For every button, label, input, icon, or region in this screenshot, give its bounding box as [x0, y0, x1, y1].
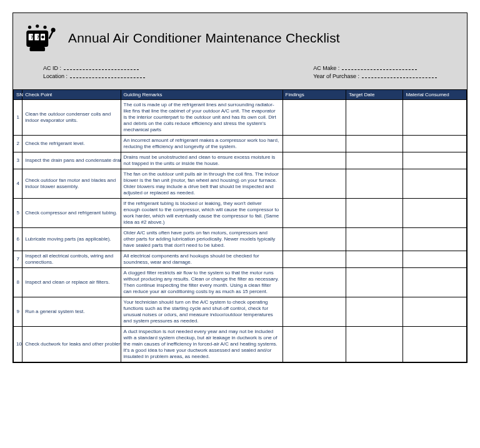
svg-point-11: [51, 27, 56, 32]
cell-material: [403, 268, 467, 297]
label-ac-make: AC Make :: [313, 65, 339, 71]
cell-target: [346, 169, 403, 199]
col-check-point: Check Point: [22, 90, 121, 100]
cell-sn: 3: [14, 152, 22, 169]
svg-point-14: [43, 26, 46, 29]
cell-guiding: If the refrigerant tubing is blocked or …: [121, 199, 282, 228]
col-sn: SN: [14, 90, 22, 100]
checklist-table: SN Check Point Guiding Remarks Findings …: [13, 89, 467, 362]
cell-sn: 4: [14, 169, 22, 199]
table-row: 3Inspect the drain pans and condensate d…: [14, 152, 467, 169]
svg-line-10: [49, 32, 52, 39]
table-row: 9Run a general system test.Your technici…: [14, 297, 467, 327]
cell-check-point: Check compressor and refrigerant tubing.: [22, 199, 121, 228]
table-row: 5Check compressor and refrigerant tubing…: [14, 199, 467, 228]
svg-point-8: [41, 36, 44, 38]
cell-material: [403, 228, 467, 251]
table-row: 4Check outdoor fan motor and blades and …: [14, 169, 467, 199]
label-location: Location :: [43, 73, 68, 79]
cell-material: [403, 251, 467, 268]
cell-target: [346, 297, 403, 327]
blank-line: [70, 72, 145, 78]
cell-findings: [282, 199, 346, 228]
cell-material: [403, 169, 467, 199]
cell-sn: 10: [14, 327, 22, 362]
cell-sn: 7: [14, 251, 22, 268]
cell-sn: 8: [14, 268, 22, 297]
cell-material: [403, 199, 467, 228]
cell-target: [346, 136, 403, 152]
cell-guiding: The coil is made up of the refrigerant l…: [121, 100, 282, 136]
cell-check-point: Lubricate moving parts (as applicable).: [22, 228, 121, 251]
cell-check-point: Run a general system test.: [22, 297, 121, 327]
cell-findings: [282, 169, 346, 199]
cell-findings: [282, 268, 346, 297]
cell-sn: 2: [14, 136, 22, 152]
cell-findings: [282, 228, 346, 251]
cell-findings: [282, 297, 346, 327]
col-findings: Findings: [282, 90, 346, 100]
field-ac-make: AC Make :: [313, 64, 437, 71]
cell-material: [403, 136, 467, 152]
table-row: 8Inspect and clean or replace air filter…: [14, 268, 467, 297]
cell-sn: 6: [14, 228, 22, 251]
cell-check-point: Inspect all electrical controls, wiring …: [22, 251, 121, 268]
label-year: Year of Purchase :: [313, 73, 359, 79]
cell-guiding: A clogged filter restricts air flow to t…: [121, 268, 282, 297]
cell-guiding: A duct inspection is not needed every ye…: [121, 327, 282, 362]
cell-findings: [282, 327, 346, 362]
cell-check-point: Check ductwork for leaks and other probl…: [22, 327, 121, 362]
cell-guiding: Drains must be unobstructed and clean to…: [121, 152, 282, 169]
table-row: 7Inspect all electrical controls, wiring…: [14, 251, 467, 268]
cell-material: [403, 297, 467, 327]
cell-findings: [282, 152, 346, 169]
table-header-row: SN Check Point Guiding Remarks Findings …: [14, 90, 467, 100]
svg-text:7: 7: [31, 35, 33, 39]
cell-sn: 9: [14, 297, 22, 327]
cell-material: [403, 100, 467, 136]
cell-check-point: Check the refrigerant level.: [22, 136, 121, 152]
cell-findings: [282, 100, 346, 136]
blank-line: [362, 72, 437, 78]
col-guiding: Guiding Remarks: [121, 90, 282, 100]
cell-target: [346, 327, 403, 362]
document-title: Annual Air Conditioner Maintenance Check…: [68, 31, 340, 46]
cell-findings: [282, 136, 346, 152]
cell-material: [403, 152, 467, 169]
cell-guiding: An incorrect amount of refrigerant makes…: [121, 136, 282, 152]
svg-text:7: 7: [37, 35, 39, 39]
cell-target: [346, 199, 403, 228]
cell-findings: [282, 251, 346, 268]
field-location: Location :: [43, 72, 145, 79]
table-row: 10Check ductwork for leaks and other pro…: [14, 327, 467, 362]
blank-line: [64, 64, 139, 70]
cell-sn: 5: [14, 199, 22, 228]
document: 7 7 Annual Air Conditioner Maintenance C…: [12, 12, 468, 363]
label-ac-id: AC ID :: [43, 65, 61, 71]
cell-target: [346, 152, 403, 169]
slot-machine-icon: 7 7: [23, 21, 58, 56]
cell-guiding: Your technician should turn on the A/C s…: [121, 297, 282, 327]
blank-line: [342, 64, 417, 70]
meta-row: AC ID : Location : AC Make : Year of Pur…: [23, 64, 457, 79]
table-row: 2Check the refrigerant level.An incorrec…: [14, 136, 467, 152]
col-target: Target Date: [346, 90, 403, 100]
cell-target: [346, 251, 403, 268]
table-row: 1Clean the outdoor condenser coils and i…: [14, 100, 467, 136]
cell-material: [403, 327, 467, 362]
col-material: Material Consumed: [403, 90, 467, 100]
table-row: 6Lubricate moving parts (as applicable).…: [14, 228, 467, 251]
svg-point-12: [28, 26, 31, 29]
cell-check-point: Clean the outdoor condenser coils and in…: [22, 100, 121, 136]
cell-check-point: Check outdoor fan motor and blades and i…: [22, 169, 121, 199]
cell-guiding: All electrical components and hookups sh…: [121, 251, 282, 268]
field-ac-id: AC ID :: [43, 64, 145, 71]
cell-check-point: Inspect the drain pans and condensate dr…: [22, 152, 121, 169]
cell-target: [346, 100, 403, 136]
svg-rect-9: [30, 47, 46, 51]
cell-guiding: Older A/C units often have ports on fan …: [121, 228, 282, 251]
cell-check-point: Inspect and clean or replace air filters…: [22, 268, 121, 297]
cell-sn: 1: [14, 100, 22, 136]
cell-target: [346, 268, 403, 297]
field-year: Year of Purchase :: [313, 72, 437, 79]
